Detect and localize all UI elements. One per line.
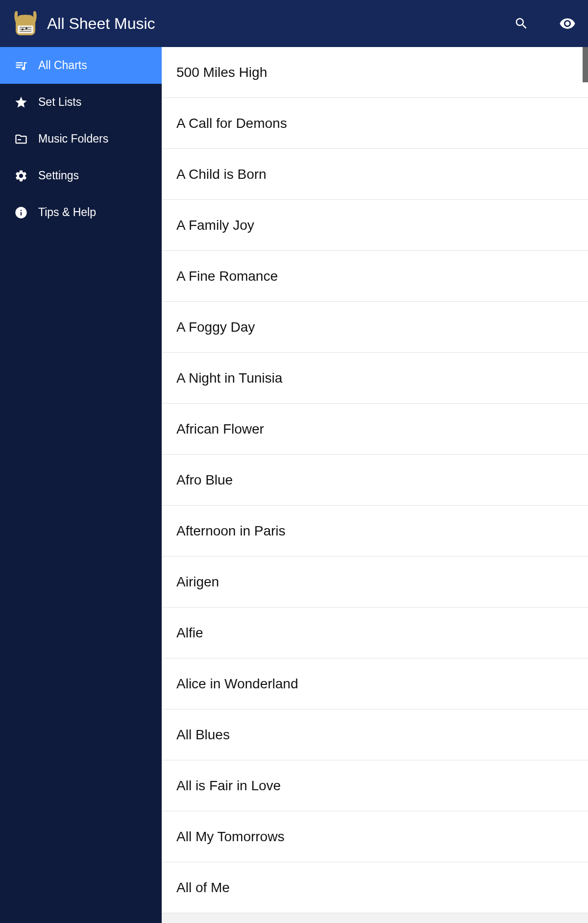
sidebar-item-label: Set Lists [38, 96, 81, 109]
list-item[interactable]: A Fine Romance [162, 251, 588, 302]
sidebar-item-tips-help[interactable]: Tips & Help [0, 194, 162, 231]
visibility-button[interactable] [557, 13, 578, 34]
list-item[interactable]: Afternoon in Paris [162, 506, 588, 557]
list-item-label: All is Fair in Love [176, 778, 281, 794]
header-actions [511, 0, 578, 47]
list-item[interactable]: Alice in Wonderland [162, 658, 588, 709]
app-logo-icon [10, 8, 41, 39]
list-item[interactable]: A Foggy Day [162, 302, 588, 353]
list-item[interactable]: Airigen [162, 557, 588, 607]
list-item-label: Airigen [176, 574, 219, 590]
sidebar: All Charts Set Lists Music Folders Setti… [0, 47, 162, 923]
list-item-label: A Fine Romance [176, 268, 278, 284]
list-item-label: Alfie [176, 625, 203, 641]
search-button[interactable] [511, 13, 532, 34]
sidebar-item-all-charts[interactable]: All Charts [0, 47, 162, 84]
body: All Charts Set Lists Music Folders Setti… [0, 47, 588, 923]
main-content: 500 Miles HighA Call for DemonsA Child i… [162, 47, 588, 923]
list-item[interactable]: African Flower [162, 404, 588, 455]
sidebar-item-label: Tips & Help [38, 206, 96, 219]
sidebar-item-settings[interactable]: Settings [0, 157, 162, 194]
info-icon [14, 205, 28, 220]
eye-icon [559, 15, 576, 32]
song-list: 500 Miles HighA Call for DemonsA Child i… [162, 47, 588, 913]
sidebar-item-label: Settings [38, 169, 79, 182]
search-icon [514, 16, 529, 31]
svg-point-4 [22, 28, 24, 30]
app-title: All Sheet Music [47, 15, 155, 33]
list-item-label: All of Me [176, 880, 230, 896]
gear-icon [14, 169, 28, 183]
app-header: All Sheet Music [0, 0, 588, 47]
list-item[interactable]: A Night in Tunisia [162, 353, 588, 404]
list-item-label: Afro Blue [176, 472, 233, 488]
list-item[interactable]: Alfie [162, 607, 588, 658]
list-item-label: A Child is Born [176, 167, 267, 182]
list-item-label: 500 Miles High [176, 65, 267, 80]
list-item-label: A Family Joy [176, 218, 254, 233]
sidebar-item-music-folders[interactable]: Music Folders [0, 121, 162, 157]
list-item-label: A Night in Tunisia [176, 370, 282, 386]
list-item[interactable]: All My Tomorrows [162, 811, 588, 862]
list-item[interactable]: A Family Joy [162, 200, 588, 251]
list-item[interactable]: All Blues [162, 709, 588, 760]
sidebar-item-label: All Charts [38, 59, 87, 72]
list-item-label: All My Tomorrows [176, 829, 284, 845]
scrollbar-thumb[interactable] [583, 47, 588, 82]
svg-point-5 [25, 27, 27, 29]
queue-music-icon [14, 58, 28, 73]
sidebar-item-set-lists[interactable]: Set Lists [0, 84, 162, 121]
list-item[interactable]: All of Me [162, 862, 588, 913]
sidebar-item-label: Music Folders [38, 132, 108, 146]
list-item-label: African Flower [176, 421, 264, 437]
list-item-label: Alice in Wonderland [176, 676, 298, 692]
list-item[interactable]: All is Fair in Love [162, 760, 588, 811]
list-item[interactable]: A Child is Born [162, 149, 588, 200]
list-item[interactable]: 500 Miles High [162, 47, 588, 98]
list-item[interactable]: Afro Blue [162, 455, 588, 506]
list-item-label: A Foggy Day [176, 319, 255, 335]
list-item[interactable]: A Call for Demons [162, 98, 588, 149]
list-item-label: Afternoon in Paris [176, 523, 286, 539]
folder-icon [14, 132, 28, 146]
list-item-label: A Call for Demons [176, 116, 287, 131]
list-item-label: All Blues [176, 727, 230, 743]
star-icon [14, 95, 28, 110]
